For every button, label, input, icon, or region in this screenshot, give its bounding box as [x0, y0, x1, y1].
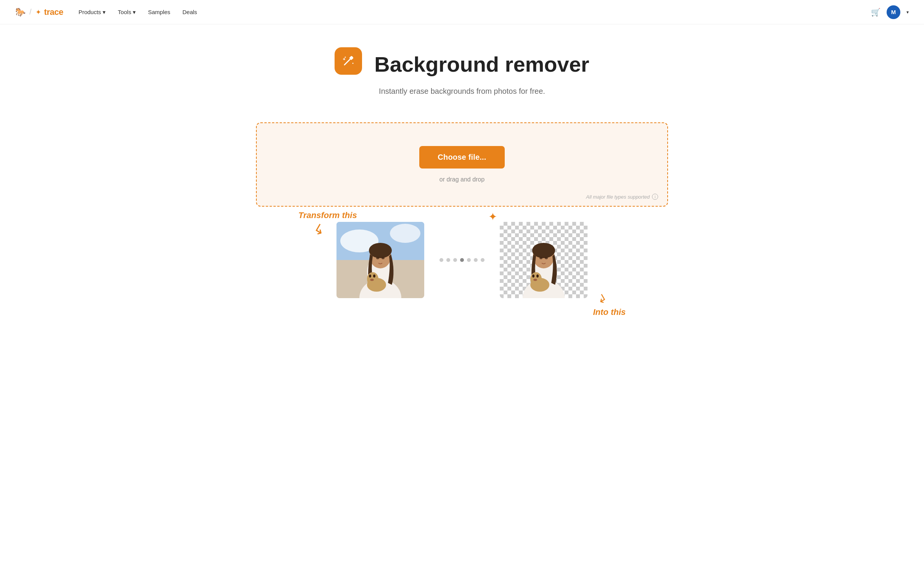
- demo-before-container: Transform this ↳: [336, 222, 424, 298]
- svg-point-34: [532, 274, 534, 278]
- nav-item-tools[interactable]: Tools ▾: [118, 9, 136, 16]
- svg-point-14: [376, 257, 379, 259]
- demo-after-container: ✦: [500, 222, 588, 298]
- arrow-down-right-icon: ↳: [311, 220, 328, 239]
- logo-sparkle-icon: ✦: [35, 8, 41, 16]
- logo-text: trace: [44, 7, 63, 17]
- products-chevron-icon: ▾: [103, 9, 106, 16]
- arrow-up-right-icon: ↳: [594, 291, 609, 307]
- demo-section: Transform this ↳: [248, 222, 676, 321]
- dot-6[interactable]: [474, 258, 478, 262]
- nav-links: Products ▾ Tools ▾ Samples Deals: [79, 9, 871, 16]
- file-types-note: All major file types supported i: [586, 194, 658, 200]
- svg-point-27: [539, 257, 542, 259]
- hero-title-row: Background remover: [8, 47, 916, 81]
- demo-after-image: [500, 222, 588, 298]
- products-label: Products: [79, 9, 101, 15]
- tools-chevron-icon: ▾: [133, 9, 136, 16]
- nav-right: 🛒 M ▾: [871, 5, 909, 19]
- svg-point-33: [536, 274, 539, 278]
- before-photo-svg: [336, 222, 424, 298]
- svg-point-20: [373, 274, 375, 278]
- products-link[interactable]: Products ▾: [79, 9, 106, 16]
- hero-app-icon: [335, 47, 362, 75]
- hero-section: Background remover Instantly erase backg…: [0, 24, 924, 111]
- svg-point-35: [533, 279, 537, 281]
- svg-point-26: [532, 243, 555, 258]
- dot-5[interactable]: [467, 258, 471, 262]
- svg-point-13: [369, 243, 392, 258]
- tools-label: Tools: [118, 9, 131, 15]
- cart-icon[interactable]: 🛒: [871, 8, 881, 17]
- avatar-chevron-icon[interactable]: ▾: [906, 10, 909, 15]
- deals-link[interactable]: Deals: [182, 9, 197, 15]
- logo-link[interactable]: 🐎 / ✦ trace: [15, 7, 63, 17]
- nav-item-samples[interactable]: Samples: [148, 9, 170, 15]
- after-image-content: [500, 222, 588, 298]
- transform-label: Transform this: [298, 210, 357, 220]
- svg-point-5: [353, 63, 354, 64]
- upload-section: Choose file... or drag and drop All majo…: [248, 122, 676, 207]
- before-image-content: [336, 222, 424, 298]
- svg-point-22: [370, 279, 374, 281]
- navbar: 🐎 / ✦ trace Products ▾ Tools ▾ Samples D…: [0, 0, 924, 24]
- dot-2[interactable]: [446, 258, 450, 262]
- tools-link[interactable]: Tools ▾: [118, 9, 136, 16]
- dot-3[interactable]: [453, 258, 457, 262]
- demo-before-image: [336, 222, 424, 298]
- after-photo-svg: [500, 222, 588, 298]
- file-types-text: All major file types supported: [586, 194, 650, 200]
- drag-drop-label: or drag and drop: [439, 176, 485, 183]
- svg-point-15: [382, 257, 385, 259]
- dot-4[interactable]: [460, 258, 464, 262]
- magic-wand-icon: [341, 53, 356, 69]
- samples-link[interactable]: Samples: [148, 9, 170, 15]
- sparkle-icon: ✦: [488, 210, 497, 223]
- dot-7[interactable]: [481, 258, 485, 262]
- svg-point-4: [345, 57, 346, 58]
- svg-point-3: [351, 56, 353, 58]
- logo-horse-icon: 🐎: [15, 7, 26, 17]
- page-title: Background remover: [374, 52, 589, 77]
- hero-subtitle: Instantly erase backgrounds from photos …: [8, 87, 916, 96]
- choose-file-button[interactable]: Choose file...: [419, 146, 504, 169]
- avatar[interactable]: M: [887, 5, 900, 19]
- info-icon[interactable]: i: [652, 194, 658, 200]
- samples-label: Samples: [148, 9, 170, 15]
- svg-point-21: [369, 274, 371, 278]
- carousel-dots: [424, 258, 500, 262]
- avatar-letter: M: [891, 9, 896, 15]
- svg-point-28: [545, 257, 548, 259]
- svg-point-9: [390, 224, 420, 243]
- logo-slash: /: [29, 8, 32, 16]
- upload-dropzone[interactable]: Choose file... or drag and drop All majo…: [256, 122, 668, 207]
- dot-1[interactable]: [439, 258, 443, 262]
- into-label: Into this: [593, 307, 626, 317]
- deals-label: Deals: [182, 9, 197, 15]
- nav-item-products[interactable]: Products ▾: [79, 9, 106, 16]
- nav-item-deals[interactable]: Deals: [182, 9, 197, 15]
